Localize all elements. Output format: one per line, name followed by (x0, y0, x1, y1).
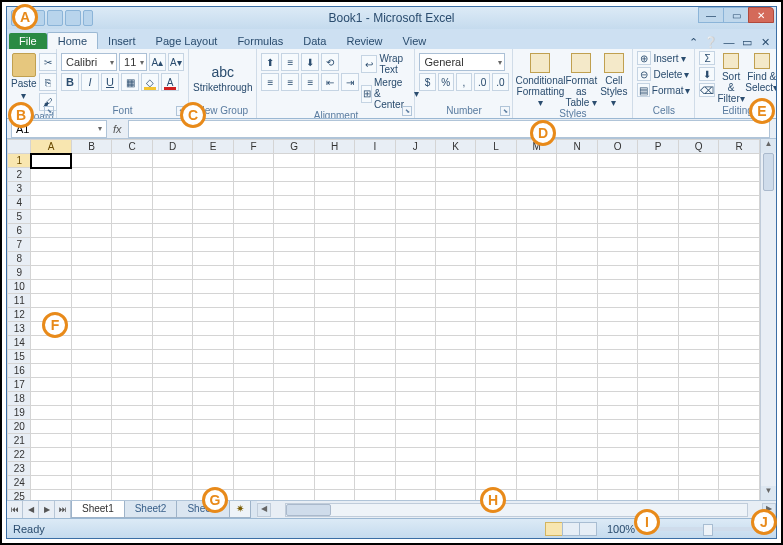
cell-C18[interactable] (112, 392, 152, 406)
cell-R8[interactable] (719, 252, 760, 266)
column-header-D[interactable]: D (152, 140, 192, 154)
cell-M17[interactable] (516, 378, 557, 392)
cell-L20[interactable] (476, 420, 516, 434)
cell-E1[interactable] (193, 154, 233, 168)
cell-N13[interactable] (557, 322, 597, 336)
cell-B10[interactable] (71, 280, 111, 294)
cell-B25[interactable] (71, 490, 111, 501)
cell-P20[interactable] (638, 420, 678, 434)
underline-button[interactable]: U (101, 73, 119, 91)
cell-G16[interactable] (274, 364, 315, 378)
cell-O8[interactable] (597, 252, 638, 266)
cell-I12[interactable] (355, 308, 395, 322)
cell-I2[interactable] (355, 168, 395, 182)
cell-I16[interactable] (355, 364, 395, 378)
cell-A8[interactable] (31, 252, 71, 266)
cell-F12[interactable] (233, 308, 273, 322)
cell-R3[interactable] (719, 182, 760, 196)
cell-F21[interactable] (233, 434, 273, 448)
minimize-ribbon-icon[interactable]: ⌃ (686, 36, 700, 49)
cell-P10[interactable] (638, 280, 678, 294)
format-cells-button[interactable]: ▤Format▾ (637, 83, 690, 97)
cell-E15[interactable] (193, 350, 233, 364)
cell-G3[interactable] (274, 182, 315, 196)
sheet-tab-1[interactable]: Sheet1 (71, 501, 125, 518)
cell-O7[interactable] (597, 238, 638, 252)
cell-F6[interactable] (233, 224, 273, 238)
cell-E13[interactable] (193, 322, 233, 336)
cell-O15[interactable] (597, 350, 638, 364)
cell-Q12[interactable] (678, 308, 719, 322)
row-header-22[interactable]: 22 (8, 448, 31, 462)
fill-button[interactable]: ⬇ (699, 67, 715, 81)
cell-H2[interactable] (314, 168, 354, 182)
cell-L11[interactable] (476, 294, 516, 308)
comma-button[interactable]: , (456, 73, 472, 91)
format-as-table-button[interactable]: Formatas Table ▾ (565, 51, 597, 108)
sort-filter-button[interactable]: Sort &Filter▾ (717, 51, 744, 104)
maximize-button[interactable]: ▭ (723, 7, 749, 23)
cell-G8[interactable] (274, 252, 315, 266)
cell-J15[interactable] (395, 350, 435, 364)
cell-J7[interactable] (395, 238, 435, 252)
cell-E6[interactable] (193, 224, 233, 238)
decrease-decimal-button[interactable]: .0 (492, 73, 508, 91)
cell-H10[interactable] (314, 280, 354, 294)
cell-O1[interactable] (597, 154, 638, 168)
normal-view-button[interactable] (545, 522, 563, 536)
formula-input[interactable] (128, 120, 770, 138)
cell-R14[interactable] (719, 336, 760, 350)
cell-R24[interactable] (719, 476, 760, 490)
cell-I22[interactable] (355, 448, 395, 462)
cell-G4[interactable] (274, 196, 315, 210)
cell-R10[interactable] (719, 280, 760, 294)
cell-A24[interactable] (31, 476, 71, 490)
cell-D1[interactable] (152, 154, 192, 168)
cell-A1[interactable] (31, 154, 71, 168)
strikethrough-button[interactable]: Strikethrough (193, 82, 252, 93)
tab-file[interactable]: File (9, 33, 47, 49)
cell-P5[interactable] (638, 210, 678, 224)
row-header-18[interactable]: 18 (8, 392, 31, 406)
column-header-I[interactable]: I (355, 140, 395, 154)
cell-B16[interactable] (71, 364, 111, 378)
undo-icon[interactable] (47, 10, 63, 26)
cell-J14[interactable] (395, 336, 435, 350)
italic-button[interactable]: I (81, 73, 99, 91)
cell-M13[interactable] (516, 322, 557, 336)
cell-M1[interactable] (516, 154, 557, 168)
cell-A9[interactable] (31, 266, 71, 280)
cell-E20[interactable] (193, 420, 233, 434)
cell-H16[interactable] (314, 364, 354, 378)
cell-C2[interactable] (112, 168, 152, 182)
cell-J21[interactable] (395, 434, 435, 448)
column-header-Q[interactable]: Q (678, 140, 719, 154)
cell-G15[interactable] (274, 350, 315, 364)
cell-N3[interactable] (557, 182, 597, 196)
row-header-15[interactable]: 15 (8, 350, 31, 364)
row-header-9[interactable]: 9 (8, 266, 31, 280)
tab-review[interactable]: Review (336, 33, 392, 49)
tab-view[interactable]: View (393, 33, 437, 49)
cell-R23[interactable] (719, 462, 760, 476)
cell-E14[interactable] (193, 336, 233, 350)
cell-C3[interactable] (112, 182, 152, 196)
cell-G5[interactable] (274, 210, 315, 224)
cell-H24[interactable] (314, 476, 354, 490)
cell-K10[interactable] (435, 280, 475, 294)
shrink-font-button[interactable]: A▾ (168, 53, 184, 71)
cell-E12[interactable] (193, 308, 233, 322)
cell-Q14[interactable] (678, 336, 719, 350)
cell-I6[interactable] (355, 224, 395, 238)
cell-D11[interactable] (152, 294, 192, 308)
cell-C9[interactable] (112, 266, 152, 280)
row-header-4[interactable]: 4 (8, 196, 31, 210)
cell-L22[interactable] (476, 448, 516, 462)
horizontal-scrollbar[interactable]: ◀ ▶ (257, 501, 776, 518)
cell-C7[interactable] (112, 238, 152, 252)
select-all-corner[interactable] (8, 140, 31, 154)
cell-O22[interactable] (597, 448, 638, 462)
cell-B15[interactable] (71, 350, 111, 364)
cell-Q19[interactable] (678, 406, 719, 420)
row-header-24[interactable]: 24 (8, 476, 31, 490)
